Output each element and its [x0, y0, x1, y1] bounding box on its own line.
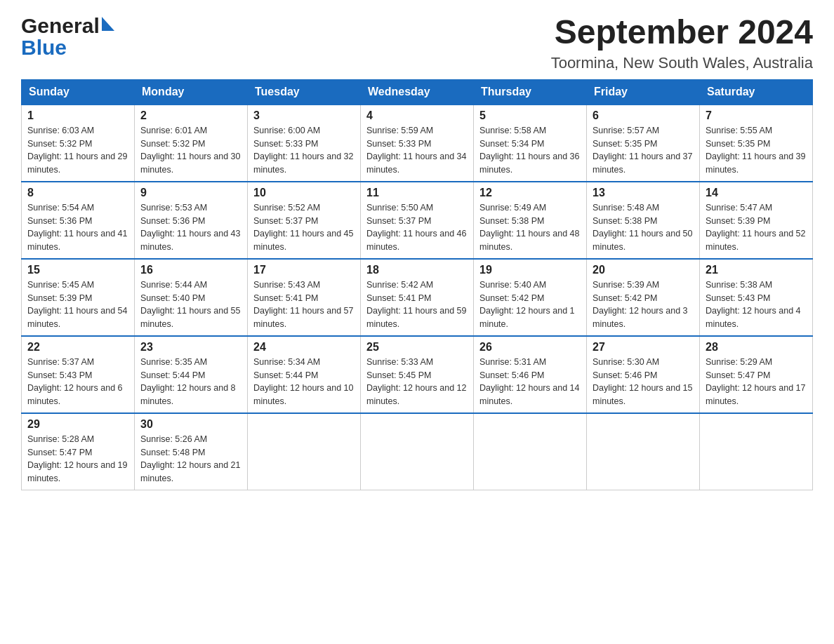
day-number: 5	[479, 109, 581, 122]
calendar-cell: 11 Sunrise: 5:50 AM Sunset: 5:37 PM Dayl…	[361, 182, 474, 259]
day-info: Sunrise: 5:37 AM Sunset: 5:43 PM Dayligh…	[27, 356, 128, 408]
day-info: Sunrise: 5:49 AM Sunset: 5:38 PM Dayligh…	[479, 201, 581, 254]
week-row-1: 1 Sunrise: 6:03 AM Sunset: 5:32 PM Dayli…	[22, 105, 813, 182]
day-info: Sunrise: 6:03 AM Sunset: 5:32 PM Dayligh…	[27, 124, 128, 177]
calendar-cell: 13 Sunrise: 5:48 AM Sunset: 5:38 PM Dayl…	[587, 182, 700, 259]
day-number: 19	[479, 264, 581, 276]
calendar-cell: 29 Sunrise: 5:28 AM Sunset: 5:47 PM Dayl…	[22, 413, 135, 490]
day-info: Sunrise: 5:43 AM Sunset: 5:41 PM Dayligh…	[253, 279, 355, 331]
month-title: September 2024	[551, 14, 813, 51]
calendar-cell: 25 Sunrise: 5:33 AM Sunset: 5:45 PM Dayl…	[361, 336, 474, 413]
day-number: 20	[593, 264, 694, 276]
calendar-cell: 19 Sunrise: 5:40 AM Sunset: 5:42 PM Dayl…	[474, 259, 587, 336]
day-info: Sunrise: 5:34 AM Sunset: 5:44 PM Dayligh…	[253, 356, 355, 408]
day-number: 15	[27, 264, 128, 276]
day-info: Sunrise: 5:59 AM Sunset: 5:33 PM Dayligh…	[366, 124, 468, 177]
day-info: Sunrise: 5:39 AM Sunset: 5:42 PM Dayligh…	[593, 279, 694, 331]
day-number: 18	[366, 264, 468, 276]
logo-general-text: General	[21, 14, 114, 37]
calendar-cell: 30 Sunrise: 5:26 AM Sunset: 5:48 PM Dayl…	[135, 413, 248, 490]
day-info: Sunrise: 5:57 AM Sunset: 5:35 PM Dayligh…	[593, 124, 694, 177]
calendar-cell: 12 Sunrise: 5:49 AM Sunset: 5:38 PM Dayl…	[474, 182, 587, 259]
day-number: 8	[27, 187, 128, 199]
calendar-cell: 5 Sunrise: 5:58 AM Sunset: 5:34 PM Dayli…	[474, 105, 587, 182]
day-number: 25	[366, 341, 468, 354]
header-tuesday: Tuesday	[248, 79, 361, 105]
day-number: 26	[479, 341, 581, 354]
calendar-cell: 27 Sunrise: 5:30 AM Sunset: 5:46 PM Dayl…	[587, 336, 700, 413]
header-sunday: Sunday	[22, 79, 135, 105]
header-thursday: Thursday	[474, 79, 587, 105]
calendar-table: Sunday Monday Tuesday Wednesday Thursday…	[21, 79, 813, 490]
day-info: Sunrise: 6:01 AM Sunset: 5:32 PM Dayligh…	[140, 124, 241, 177]
calendar-cell: 20 Sunrise: 5:39 AM Sunset: 5:42 PM Dayl…	[587, 259, 700, 336]
calendar-cell: 22 Sunrise: 5:37 AM Sunset: 5:43 PM Dayl…	[22, 336, 135, 413]
day-number: 30	[140, 418, 241, 431]
day-number: 28	[706, 341, 807, 354]
day-number: 27	[593, 341, 694, 354]
day-number: 7	[706, 109, 807, 122]
day-number: 2	[140, 109, 241, 122]
calendar-cell: 7 Sunrise: 5:55 AM Sunset: 5:35 PM Dayli…	[700, 105, 813, 182]
day-info: Sunrise: 5:30 AM Sunset: 5:46 PM Dayligh…	[593, 356, 694, 408]
day-number: 9	[140, 187, 241, 199]
day-info: Sunrise: 5:48 AM Sunset: 5:38 PM Dayligh…	[593, 201, 694, 254]
day-info: Sunrise: 5:38 AM Sunset: 5:43 PM Dayligh…	[706, 279, 807, 331]
location-subtitle: Toormina, New South Wales, Australia	[551, 54, 813, 72]
day-number: 21	[706, 264, 807, 276]
title-block: September 2024 Toormina, New South Wales…	[551, 14, 813, 72]
calendar-cell: 26 Sunrise: 5:31 AM Sunset: 5:46 PM Dayl…	[474, 336, 587, 413]
logo-blue-text: Blue	[21, 37, 67, 58]
day-number: 4	[366, 109, 468, 122]
calendar-cell: 15 Sunrise: 5:45 AM Sunset: 5:39 PM Dayl…	[22, 259, 135, 336]
day-info: Sunrise: 5:55 AM Sunset: 5:35 PM Dayligh…	[706, 124, 807, 177]
week-row-5: 29 Sunrise: 5:28 AM Sunset: 5:47 PM Dayl…	[22, 413, 813, 490]
day-number: 13	[593, 187, 694, 199]
calendar-cell: 10 Sunrise: 5:52 AM Sunset: 5:37 PM Dayl…	[248, 182, 361, 259]
day-number: 11	[366, 187, 468, 199]
calendar-cell: 18 Sunrise: 5:42 AM Sunset: 5:41 PM Dayl…	[361, 259, 474, 336]
day-number: 23	[140, 341, 241, 354]
day-info: Sunrise: 5:29 AM Sunset: 5:47 PM Dayligh…	[706, 356, 807, 408]
weekday-header-row: Sunday Monday Tuesday Wednesday Thursday…	[22, 79, 813, 105]
calendar-cell	[587, 413, 700, 490]
calendar-cell: 17 Sunrise: 5:43 AM Sunset: 5:41 PM Dayl…	[248, 259, 361, 336]
week-row-4: 22 Sunrise: 5:37 AM Sunset: 5:43 PM Dayl…	[22, 336, 813, 413]
header-friday: Friday	[587, 79, 700, 105]
day-number: 1	[27, 109, 128, 122]
calendar-cell: 23 Sunrise: 5:35 AM Sunset: 5:44 PM Dayl…	[135, 336, 248, 413]
day-number: 29	[27, 418, 128, 431]
calendar-cell	[248, 413, 361, 490]
day-info: Sunrise: 5:53 AM Sunset: 5:36 PM Dayligh…	[140, 201, 241, 254]
calendar-cell: 2 Sunrise: 6:01 AM Sunset: 5:32 PM Dayli…	[135, 105, 248, 182]
calendar-cell	[361, 413, 474, 490]
logo: General Blue	[21, 14, 114, 58]
day-number: 16	[140, 264, 241, 276]
day-info: Sunrise: 5:58 AM Sunset: 5:34 PM Dayligh…	[479, 124, 581, 177]
day-info: Sunrise: 5:33 AM Sunset: 5:45 PM Dayligh…	[366, 356, 468, 408]
header-wednesday: Wednesday	[361, 79, 474, 105]
day-info: Sunrise: 5:26 AM Sunset: 5:48 PM Dayligh…	[140, 433, 241, 485]
week-row-3: 15 Sunrise: 5:45 AM Sunset: 5:39 PM Dayl…	[22, 259, 813, 336]
week-row-2: 8 Sunrise: 5:54 AM Sunset: 5:36 PM Dayli…	[22, 182, 813, 259]
calendar-cell	[474, 413, 587, 490]
day-number: 10	[253, 187, 355, 199]
day-info: Sunrise: 5:40 AM Sunset: 5:42 PM Dayligh…	[479, 279, 581, 331]
day-number: 14	[706, 187, 807, 199]
calendar-cell: 1 Sunrise: 6:03 AM Sunset: 5:32 PM Dayli…	[22, 105, 135, 182]
day-info: Sunrise: 5:54 AM Sunset: 5:36 PM Dayligh…	[27, 201, 128, 254]
day-info: Sunrise: 5:52 AM Sunset: 5:37 PM Dayligh…	[253, 201, 355, 254]
day-number: 17	[253, 264, 355, 276]
calendar-cell: 28 Sunrise: 5:29 AM Sunset: 5:47 PM Dayl…	[700, 336, 813, 413]
header-monday: Monday	[135, 79, 248, 105]
calendar-cell: 14 Sunrise: 5:47 AM Sunset: 5:39 PM Dayl…	[700, 182, 813, 259]
day-info: Sunrise: 5:47 AM Sunset: 5:39 PM Dayligh…	[706, 201, 807, 254]
day-number: 22	[27, 341, 128, 354]
day-info: Sunrise: 5:28 AM Sunset: 5:47 PM Dayligh…	[27, 433, 128, 485]
day-info: Sunrise: 5:35 AM Sunset: 5:44 PM Dayligh…	[140, 356, 241, 408]
day-info: Sunrise: 5:42 AM Sunset: 5:41 PM Dayligh…	[366, 279, 468, 331]
day-number: 12	[479, 187, 581, 199]
day-number: 24	[253, 341, 355, 354]
day-info: Sunrise: 5:44 AM Sunset: 5:40 PM Dayligh…	[140, 279, 241, 331]
header-saturday: Saturday	[700, 79, 813, 105]
